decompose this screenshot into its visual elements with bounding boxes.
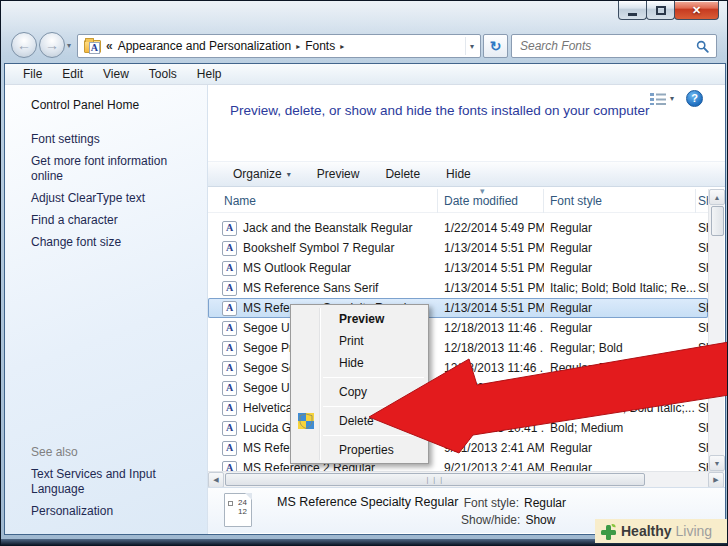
vertical-scrollbar[interactable]: ▲ ▼ — [708, 189, 724, 471]
horizontal-scrollbar[interactable]: ◀ ❘❘❘ ▶ — [208, 471, 724, 487]
column-header-name[interactable]: Name — [208, 189, 438, 213]
table-row[interactable]: A MS Reference 2 Regular 9/21/2013 2:41 … — [208, 458, 708, 471]
font-name-cell: A MS Outlook Regular — [208, 261, 438, 276]
scroll-right-button[interactable]: ▶ — [708, 472, 724, 488]
table-row[interactable]: A Jack and the Beanstalk Regular 1/22/20… — [208, 218, 708, 238]
menu-separator — [323, 377, 424, 378]
font-file-icon: A — [222, 381, 237, 396]
table-row[interactable]: A MS Reference Sans Serif 1/13/2014 5:51… — [208, 278, 708, 298]
arrow-up-icon: ▲ — [714, 194, 721, 201]
scroll-left-button[interactable]: ◀ — [208, 472, 224, 488]
font-file-icon: A — [222, 301, 237, 316]
refresh-button[interactable]: ↻ — [483, 34, 508, 58]
sort-indicator-icon: ▾ — [480, 186, 485, 196]
table-row[interactable]: A MS Reference 1 Regular 9/21/2013 2:41 … — [208, 438, 708, 458]
breadcrumb-appearance[interactable]: Appearance and Personalization — [118, 39, 291, 53]
watermark-light-text: Living — [676, 523, 713, 539]
font-style-cell: Bold; Medium — [544, 421, 696, 435]
context-menu-item[interactable]: Properties — [292, 439, 427, 461]
sidebar-task-link[interactable]: Get more font information online — [31, 154, 193, 184]
font-style-cell: Regular — [544, 441, 696, 455]
sidebar-task-link[interactable]: Font settings — [31, 132, 193, 147]
content-pane: Preview, delete, or show and hide the fo… — [208, 85, 725, 534]
table-row[interactable]: A Segoe Script 12/18/2013 11:46 ... Regu… — [208, 358, 708, 378]
column-header-show-hide[interactable]: Show/hide — [696, 189, 708, 213]
maximize-button[interactable] — [646, 1, 675, 20]
context-menu-item[interactable]: Copy — [292, 381, 427, 403]
help-button[interactable]: ? — [686, 90, 703, 107]
minimize-button[interactable] — [618, 1, 647, 20]
date-modified-cell: 1/13/2014 5:51 PM — [438, 241, 544, 255]
table-row[interactable]: A Segoe UI 12/18/2013 11:46 ... Semiligh… — [208, 378, 708, 398]
forward-button[interactable]: → — [39, 32, 65, 58]
table-row[interactable]: A Bookshelf Symbol 7 Regular 1/13/2014 5… — [208, 238, 708, 258]
table-row[interactable]: A Helvetica 10/19/2013 10:41 ... Regular… — [208, 398, 708, 418]
toolbar-button[interactable]: Preview ▾ — [304, 163, 373, 185]
sidebar-task-link[interactable]: Adjust ClearType text — [31, 191, 193, 206]
show-hide-cell: Show — [696, 301, 708, 315]
show-hide-value: Show — [525, 512, 555, 529]
font-file-icon: A — [222, 441, 237, 456]
menu-bar-item[interactable]: Help — [187, 67, 232, 81]
close-button[interactable]: ✕ — [674, 1, 719, 20]
fonts-folder-icon: A — [84, 40, 101, 53]
recent-pages-dropdown[interactable]: ▾ — [67, 41, 71, 50]
context-menu-item[interactable]: Hide — [292, 352, 427, 374]
column-header-date-modified[interactable]: Date modified — [438, 189, 544, 213]
breadcrumb-fonts[interactable]: Fonts — [305, 39, 335, 53]
arrow-left-icon: ◀ — [213, 476, 218, 484]
table-row[interactable]: A Lucida Grande 10/19/2013 10:41 ... Bol… — [208, 418, 708, 438]
toolbar-button[interactable]: Organize ▾ — [220, 163, 304, 185]
address-history-dropdown-icon[interactable]: ▾ — [465, 37, 474, 55]
toolbar-button[interactable]: Hide ▾ — [433, 163, 484, 185]
menu-bar: FileEditViewToolsHelp — [5, 64, 725, 85]
show-hide-cell: Show — [696, 401, 708, 415]
sidebar-task-link[interactable]: Change font size — [31, 235, 193, 250]
scroll-down-button[interactable]: ▼ — [709, 455, 725, 471]
date-modified-cell: 1/13/2014 5:51 PM — [438, 301, 544, 315]
change-view-button[interactable]: ▾ — [650, 92, 674, 105]
date-modified-cell: 12/18/2013 11:46 ... — [438, 381, 544, 395]
command-toolbar: Organize ▾ Preview ▾ Delete ▾ Hide ▾ — [208, 161, 725, 187]
window-client-area: FileEditViewToolsHelp Control Panel Home… — [4, 63, 726, 535]
back-button[interactable]: ← — [11, 32, 37, 58]
fonts-explorer-window: ✕ ← → ▾ A « Appearance and Personalizati… — [0, 0, 728, 546]
menu-bar-item[interactable]: Tools — [139, 67, 187, 81]
show-hide-cell: Show — [696, 261, 708, 275]
font-file-icon: A — [222, 321, 237, 336]
menu-bar-item[interactable]: View — [93, 67, 139, 81]
toolbar-button[interactable]: Delete ▾ — [372, 163, 433, 185]
search-input[interactable] — [512, 39, 696, 53]
font-file-icon: A — [222, 401, 237, 416]
date-modified-cell: 10/19/2013 10:41 ... — [438, 421, 544, 435]
font-style-label: Font style: — [461, 495, 519, 512]
search-box[interactable] — [511, 34, 717, 58]
date-modified-cell: 1/22/2014 5:49 PM — [438, 221, 544, 235]
table-row[interactable]: A MS Reference Specialty Regular 1/13/20… — [208, 298, 708, 318]
vertical-scrollbar-thumb[interactable] — [711, 206, 724, 236]
breadcrumb-separator-icon[interactable]: ▸ — [340, 42, 344, 51]
breadcrumb-separator-icon[interactable]: ▸ — [296, 42, 300, 51]
forward-icon: → — [45, 37, 59, 53]
icon-size-24: 24 — [238, 498, 247, 507]
context-menu-item[interactable]: Preview — [292, 308, 427, 330]
sidebar-task-link[interactable]: Find a character — [31, 213, 193, 228]
breadcrumb-overflow-chevron[interactable]: « — [106, 39, 113, 53]
table-row[interactable]: A MS Outlook Regular 1/13/2014 5:51 PM R… — [208, 258, 708, 278]
horizontal-scrollbar-thumb[interactable]: ❘❘❘ — [225, 473, 645, 486]
table-row[interactable]: A Segoe UI Symbol 12/18/2013 11:46 ... R… — [208, 318, 708, 338]
scroll-up-button[interactable]: ▲ — [709, 189, 725, 205]
address-bar[interactable]: A « Appearance and Personalization ▸ Fon… — [77, 34, 481, 58]
font-style-cell: Regular — [544, 301, 696, 315]
table-row[interactable]: A Segoe Print 12/18/2013 11:46 ... Regul… — [208, 338, 708, 358]
font-file-icon: A — [222, 461, 237, 472]
see-also-link[interactable]: Personalization — [31, 504, 186, 519]
menu-bar-item[interactable]: File — [13, 67, 52, 81]
menu-bar-item[interactable]: Edit — [52, 67, 93, 81]
see-also-link[interactable]: Text Services and Input Language — [31, 467, 186, 497]
column-header-font-style[interactable]: Font style — [544, 189, 696, 213]
menu-separator — [323, 406, 424, 407]
context-menu-item[interactable]: Delete — [292, 410, 427, 432]
context-menu-item[interactable]: Print — [292, 330, 427, 352]
show-hide-cell: Show — [696, 321, 708, 335]
